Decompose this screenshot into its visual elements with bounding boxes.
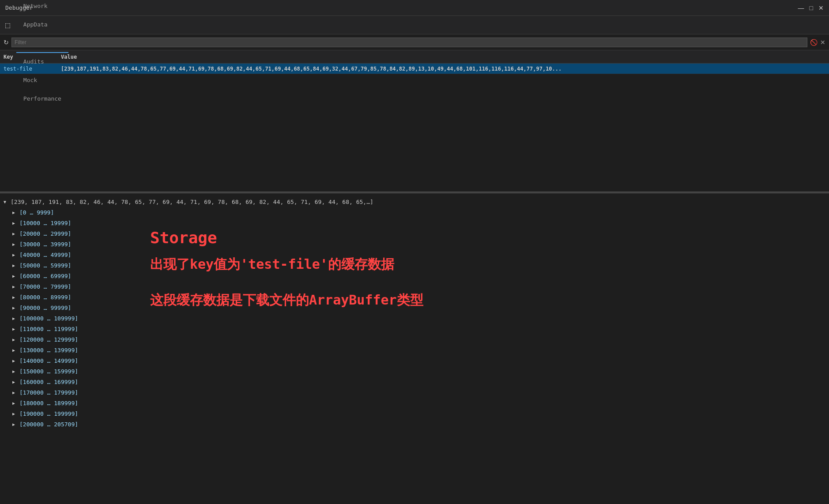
array-range-item[interactable]: ▶[200000 … 205709]	[0, 419, 829, 430]
close-button[interactable]: ✕	[818, 5, 824, 11]
maximize-button[interactable]: □	[810, 5, 813, 11]
close-filter-button[interactable]: ✕	[820, 39, 825, 46]
collapse-arrow[interactable]: ▼	[4, 197, 9, 207]
range-label: [190000 … 199999]	[19, 409, 78, 419]
expand-arrow[interactable]: ▶	[12, 261, 18, 271]
array-range-item[interactable]: ▶[40000 … 49999]	[0, 250, 829, 260]
range-label: [200000 … 205709]	[19, 420, 78, 429]
tab-network[interactable]: Network	[16, 0, 68, 16]
range-label: [50000 … 59999]	[19, 261, 71, 271]
array-range-item[interactable]: ▶[10000 … 19999]	[0, 218, 829, 229]
range-container: ▶[0 … 9999]▶[10000 … 19999]▶[20000 … 299…	[0, 207, 829, 430]
tab-appdata[interactable]: AppData	[16, 16, 68, 34]
expand-arrow[interactable]: ▶	[12, 314, 18, 323]
range-label: [70000 … 79999]	[19, 282, 71, 292]
tab-performance[interactable]: Performance	[16, 90, 68, 109]
range-label: [30000 … 39999]	[19, 240, 71, 249]
range-label: [20000 … 29999]	[19, 229, 71, 239]
array-range-item[interactable]: ▶[120000 … 129999]	[0, 335, 829, 345]
array-range-item[interactable]: ▶[150000 … 159999]	[0, 366, 829, 377]
array-range-item[interactable]: ▶[140000 … 149999]	[0, 356, 829, 366]
col-key-header: Key	[0, 54, 57, 60]
range-label: [10000 … 19999]	[19, 218, 71, 228]
tab-bar: ⬚ ElementsConsoleSourcesNetworkAppDataSt…	[0, 16, 829, 34]
expand-arrow[interactable]: ▶	[12, 218, 18, 228]
filter-bar: ↻ 🚫 ✕	[0, 34, 829, 50]
expand-arrow[interactable]: ▶	[12, 293, 18, 302]
storage-table-panel: Key Value test-file[239,187,191,83,82,46…	[0, 50, 829, 192]
array-range-item[interactable]: ▶[100000 … 109999]	[0, 313, 829, 324]
array-range-item[interactable]: ▶[90000 … 99999]	[0, 303, 829, 313]
array-range-item[interactable]: ▶[80000 … 89999]	[0, 292, 829, 303]
array-range-item[interactable]: ▶[20000 … 29999]	[0, 229, 829, 239]
array-range-item[interactable]: ▶[170000 … 179999]	[0, 387, 829, 398]
range-label: [100000 … 109999]	[19, 314, 78, 323]
table-cell-value: [239,187,191,83,82,46,44,78,65,77,69,44,…	[57, 66, 829, 72]
range-label: [110000 … 119999]	[19, 324, 78, 334]
expand-arrow[interactable]: ▶	[12, 335, 18, 345]
table-cell-key: test-file	[0, 66, 57, 72]
expand-arrow[interactable]: ▶	[12, 346, 18, 355]
expand-arrow[interactable]: ▶	[12, 303, 18, 313]
range-label: [80000 … 89999]	[19, 293, 71, 302]
expand-arrow[interactable]: ▶	[12, 282, 18, 292]
range-label: [60000 … 69999]	[19, 271, 71, 281]
expand-arrow[interactable]: ▶	[12, 356, 18, 366]
expand-arrow[interactable]: ▶	[12, 240, 18, 249]
table-row[interactable]: test-file[239,187,191,83,82,46,44,78,65,…	[0, 64, 829, 74]
array-range-item[interactable]: ▶[190000 … 199999]	[0, 409, 829, 419]
clear-filter-button[interactable]: 🚫	[810, 39, 818, 46]
expand-arrow[interactable]: ▶	[12, 271, 18, 281]
range-label: [90000 … 99999]	[19, 303, 71, 313]
expand-arrow[interactable]: ▶	[12, 377, 18, 387]
minimize-button[interactable]: —	[798, 5, 804, 11]
array-range-item[interactable]: ▶[30000 … 39999]	[0, 239, 829, 250]
array-root-line: ▼ [239, 187, 191, 83, 82, 46, 44, 78, 65…	[0, 197, 829, 207]
range-label: [180000 … 189999]	[19, 399, 78, 408]
table-body: test-file[239,187,191,83,82,46,44,78,65,…	[0, 64, 829, 157]
window-controls: — □ ✕	[798, 5, 824, 11]
expand-arrow[interactable]: ▶	[12, 388, 18, 398]
expand-arrow[interactable]: ▶	[12, 420, 18, 429]
range-label: [130000 … 139999]	[19, 346, 78, 355]
expand-arrow[interactable]: ▶	[12, 229, 18, 239]
array-range-item[interactable]: ▶[60000 … 69999]	[0, 271, 829, 282]
expand-arrow[interactable]: ▶	[12, 208, 18, 218]
range-label: [120000 … 129999]	[19, 335, 78, 345]
expand-arrow[interactable]: ▶	[12, 409, 18, 419]
range-label: [40000 … 49999]	[19, 250, 71, 260]
tab-mock[interactable]: Mock	[16, 71, 68, 90]
title-bar: Debugger — □ ✕	[0, 0, 829, 16]
array-range-item[interactable]: ▶[130000 … 139999]	[0, 345, 829, 356]
range-label: [0 … 9999]	[19, 208, 54, 218]
expand-arrow[interactable]: ▶	[12, 399, 18, 408]
range-label: [170000 … 179999]	[19, 388, 78, 398]
col-value-header: Value	[57, 54, 829, 60]
array-range-item[interactable]: ▶[180000 … 189999]	[0, 398, 829, 409]
array-range-item[interactable]: ▶[50000 … 59999]	[0, 260, 829, 271]
array-range-item[interactable]: ▶[110000 … 119999]	[0, 324, 829, 335]
lower-panel: ▼ [239, 187, 191, 83, 82, 46, 44, 78, 65…	[0, 193, 829, 504]
range-label: [150000 … 159999]	[19, 367, 78, 376]
filter-input[interactable]	[11, 38, 807, 47]
expand-arrow[interactable]: ▶	[12, 250, 18, 260]
array-range-item[interactable]: ▶[0 … 9999]	[0, 207, 829, 218]
cursor-icon: ⬚	[4, 19, 12, 31]
range-label: [140000 … 149999]	[19, 356, 78, 366]
expand-arrow[interactable]: ▶	[12, 367, 18, 376]
refresh-button[interactable]: ↻	[4, 39, 9, 46]
range-label: [160000 … 169999]	[19, 377, 78, 387]
array-range-item[interactable]: ▶[70000 … 79999]	[0, 282, 829, 292]
array-main-label: [239, 187, 191, 83, 82, 46, 44, 78, 65, …	[11, 197, 373, 207]
array-range-item[interactable]: ▶[160000 … 169999]	[0, 377, 829, 387]
expand-arrow[interactable]: ▶	[12, 324, 18, 334]
table-header: Key Value	[0, 50, 829, 64]
